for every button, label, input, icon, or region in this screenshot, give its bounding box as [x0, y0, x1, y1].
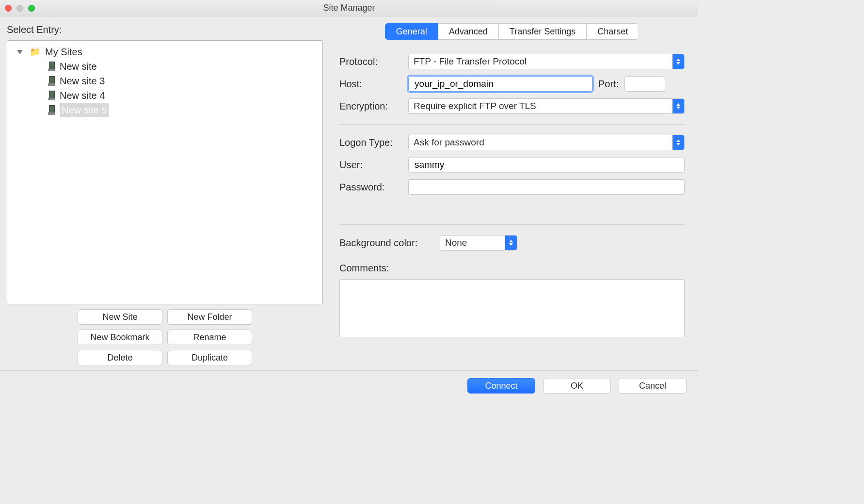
divider: [339, 124, 685, 125]
host-label: Host:: [339, 79, 402, 90]
general-form: Protocol: FTP - File Transfer Protocol H…: [339, 50, 685, 337]
tab-transfer[interactable]: Transfer Settings: [499, 23, 587, 40]
chevron-updown-icon: [672, 135, 684, 150]
titlebar: Site Manager: [0, 0, 698, 16]
server-icon: [48, 91, 55, 100]
port-label: Port:: [598, 79, 619, 90]
logon-type-select-value: Ask for password: [414, 135, 484, 150]
tree-item-label: New site 4: [60, 88, 105, 103]
protocol-label: Protocol:: [339, 56, 402, 67]
site-tree[interactable]: 📁 My Sites New site New site 3 New site …: [7, 40, 323, 304]
ok-button[interactable]: OK: [543, 378, 611, 394]
server-icon: [48, 62, 55, 71]
user-input-field[interactable]: [414, 159, 679, 171]
dialog-footer: Connect OK Cancel: [0, 370, 698, 400]
tree-item[interactable]: New site 3: [7, 74, 322, 88]
tab-general[interactable]: General: [385, 23, 438, 40]
left-panel: Select Entry: 📁 My Sites New site New si…: [0, 16, 330, 370]
user-input[interactable]: [408, 157, 685, 173]
password-input[interactable]: [408, 179, 685, 195]
tree-item-label: New site 3: [60, 74, 105, 88]
connect-button[interactable]: Connect: [467, 378, 535, 394]
tab-charset[interactable]: Charset: [587, 23, 639, 40]
new-site-button[interactable]: New Site: [78, 309, 162, 325]
cancel-button[interactable]: Cancel: [619, 378, 687, 394]
right-panel: General Advanced Transfer Settings Chars…: [330, 16, 698, 370]
select-entry-label: Select Entry:: [7, 24, 323, 35]
port-input-field[interactable]: [630, 78, 660, 90]
protocol-select-value: FTP - File Transfer Protocol: [414, 54, 527, 69]
comments-textarea-field[interactable]: [344, 283, 680, 334]
password-input-field[interactable]: [414, 181, 679, 193]
tree-item-label: New site 5: [60, 103, 109, 117]
server-icon: [48, 105, 55, 115]
background-color-label: Background color:: [339, 237, 434, 249]
divider: [339, 224, 685, 225]
tree-item-label: New site: [60, 59, 97, 74]
rename-button[interactable]: Rename: [167, 330, 252, 345]
comments-textarea[interactable]: [339, 279, 685, 337]
server-icon: [48, 76, 55, 86]
port-input[interactable]: [624, 76, 665, 92]
disclosure-triangle-icon[interactable]: [17, 50, 23, 54]
host-input[interactable]: [408, 76, 592, 92]
comments-label: Comments:: [339, 263, 434, 274]
logon-type-select[interactable]: Ask for password: [408, 135, 685, 150]
tree-item[interactable]: New site: [7, 59, 322, 74]
password-label: Password:: [339, 182, 402, 193]
new-folder-button[interactable]: New Folder: [167, 309, 252, 325]
encryption-select-value: Require explicit FTP over TLS: [414, 99, 536, 113]
tree-item-selected[interactable]: New site 5: [7, 103, 322, 117]
site-action-buttons: New Site New Folder New Bookmark Rename …: [7, 304, 323, 370]
user-label: User:: [339, 159, 402, 171]
tab-bar: General Advanced Transfer Settings Chars…: [339, 23, 685, 40]
chevron-updown-icon: [672, 54, 684, 69]
background-color-select[interactable]: None: [440, 235, 517, 251]
encryption-select[interactable]: Require explicit FTP over TLS: [408, 98, 685, 114]
window-title: Site Manager: [0, 3, 698, 13]
chevron-updown-icon: [672, 99, 684, 113]
protocol-select[interactable]: FTP - File Transfer Protocol: [408, 54, 685, 69]
encryption-label: Encryption:: [339, 101, 402, 112]
chevron-updown-icon: [505, 236, 517, 250]
tree-root-label: My Sites: [45, 45, 82, 59]
background-color-select-value: None: [445, 236, 467, 250]
new-bookmark-button[interactable]: New Bookmark: [78, 330, 162, 345]
logon-type-label: Logon Type:: [339, 137, 402, 148]
tree-root-my-sites[interactable]: 📁 My Sites: [7, 45, 322, 59]
delete-button[interactable]: Delete: [78, 350, 162, 365]
folder-icon: 📁: [30, 45, 40, 59]
duplicate-button[interactable]: Duplicate: [167, 350, 252, 365]
tree-item[interactable]: New site 4: [7, 88, 322, 103]
tab-advanced[interactable]: Advanced: [438, 23, 499, 40]
host-input-field[interactable]: [414, 78, 587, 90]
